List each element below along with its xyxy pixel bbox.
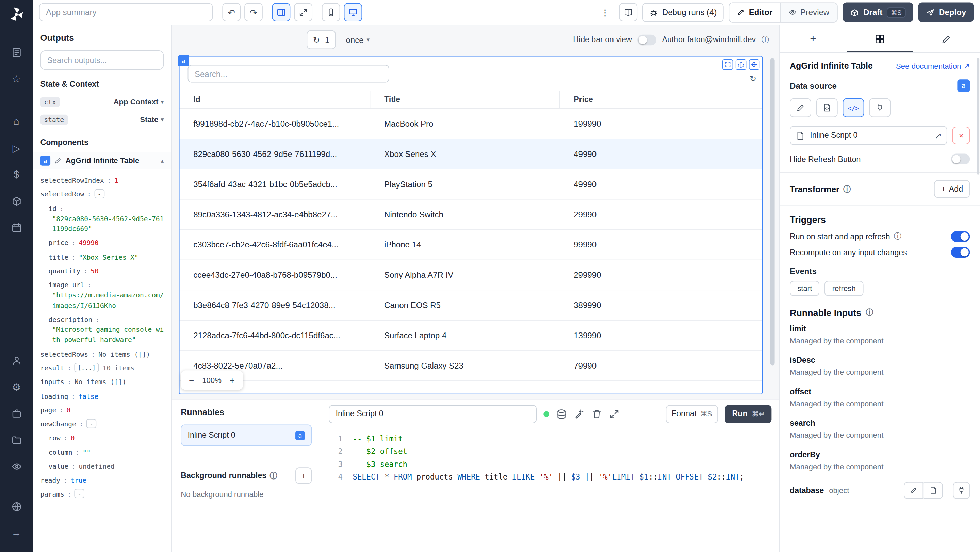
tree-row[interactable]: inputs:No items ([])	[40, 375, 164, 389]
table-row-selected[interactable]: 829ca080-5630-4562-9d5e-7611199d...Xbox …	[180, 139, 762, 169]
database-script-button[interactable]	[923, 482, 943, 499]
workspace-script-button[interactable]	[816, 99, 838, 118]
styling-tab[interactable]	[913, 25, 980, 52]
editor-tab[interactable]: Editor	[729, 3, 781, 22]
home-icon[interactable]: ⌂	[8, 113, 24, 130]
account-person-icon[interactable]	[8, 352, 24, 369]
tree-row[interactable]: ready:true	[40, 473, 164, 487]
format-button[interactable]: Format ⌘S	[666, 405, 718, 423]
canvas-scrollbar[interactable]	[770, 58, 775, 365]
add-transformer-button[interactable]: + Add	[934, 180, 970, 198]
column-header-title[interactable]: Title	[370, 91, 560, 108]
undo-button[interactable]: ↶	[222, 3, 240, 21]
table-row[interactable]: ccee43dc-27e0-40a8-b768-b09579b0...Sony …	[180, 260, 762, 290]
tree-row[interactable]: image_url:"https://m.media-amazon.com/im…	[40, 278, 164, 312]
resources-icon[interactable]	[8, 192, 24, 209]
mobile-view-button[interactable]	[322, 3, 340, 21]
event-chip-refresh[interactable]: refresh	[824, 281, 863, 296]
table-search-input[interactable]	[188, 65, 389, 83]
zoom-out-button[interactable]: −	[185, 373, 198, 387]
script-name-input[interactable]	[329, 405, 537, 423]
preview-tab[interactable]: Preview	[781, 3, 837, 22]
deploy-button[interactable]: Deploy	[918, 2, 974, 22]
ai-wand-icon[interactable]	[574, 408, 584, 419]
column-header-price[interactable]: Price	[560, 91, 762, 108]
docs-book-button[interactable]	[619, 3, 638, 21]
expand-layout-button[interactable]	[294, 3, 312, 21]
refresh-count-button[interactable]: ↻ 1	[307, 30, 336, 49]
anchor-component-button[interactable]	[736, 59, 746, 70]
tree-row[interactable]: description:"Microsoft gaming console wi…	[40, 312, 164, 347]
sql-code-editor[interactable]: 1-- $1 limit 2-- $2 offset 3-- $3 search…	[321, 428, 779, 552]
apps-nav-icon[interactable]	[8, 44, 24, 60]
table-row[interactable]: f991898d-cb27-4ac7-b10c-0b9050ce1...MacB…	[180, 109, 762, 139]
tree-row[interactable]: id:"829ca080-5630-4562-9d5e-7611199dc669…	[40, 201, 164, 235]
recompute-toggle[interactable]	[951, 247, 970, 258]
redo-button[interactable]: ↷	[244, 3, 263, 21]
database-connect-button[interactable]	[953, 482, 970, 499]
tree-row[interactable]: selectedRows:No items ([])	[40, 347, 164, 361]
draft-button[interactable]: Draft ⌘S	[843, 2, 913, 22]
windmill-logo-icon[interactable]	[8, 6, 24, 23]
debug-runs-button[interactable]: Debug runs (4)	[643, 3, 724, 22]
tree-row[interactable]: price:49990	[40, 236, 164, 250]
run-on-start-toggle[interactable]	[951, 231, 970, 242]
tree-row[interactable]: selectedRowIndex:1	[40, 173, 164, 187]
component-settings-tab[interactable]	[846, 25, 913, 52]
event-chip-start[interactable]: start	[790, 281, 820, 296]
columns-layout-button[interactable]	[272, 3, 291, 21]
outputs-search-input[interactable]	[40, 50, 164, 70]
static-data-button[interactable]: </>	[843, 99, 864, 118]
tree-row[interactable]: quantity:50	[40, 264, 164, 278]
app-summary-input[interactable]	[39, 3, 213, 21]
zoom-in-button[interactable]: +	[225, 373, 239, 387]
detach-script-button[interactable]: ×	[953, 127, 970, 144]
tree-row[interactable]: value:undefined	[40, 459, 164, 473]
desktop-view-button[interactable]	[344, 3, 363, 21]
add-background-runnable-button[interactable]: +	[295, 467, 312, 484]
variables-dollar-icon[interactable]: $	[8, 166, 24, 183]
table-row[interactable]: c303bce7-cb2e-42c6-8fdf-6aa01fc4e4...iPh…	[180, 230, 762, 260]
see-documentation-link[interactable]: See documentation ↗	[896, 61, 970, 70]
collapse-arrow-icon[interactable]: →	[8, 525, 24, 541]
tree-row[interactable]: params:-	[40, 487, 164, 501]
refresh-interval-select[interactable]: once ▾	[346, 35, 369, 45]
expand-editor-icon[interactable]	[609, 408, 620, 419]
runnable-item[interactable]: Inline Script 0 a	[181, 425, 312, 446]
audit-eye-icon[interactable]	[8, 458, 24, 474]
folders-icon[interactable]	[8, 431, 24, 448]
schedules-calendar-icon[interactable]	[8, 219, 24, 235]
expand-component-button[interactable]	[722, 59, 733, 70]
table-refresh-icon[interactable]: ↻	[749, 74, 756, 83]
tree-row[interactable]: loading:false	[40, 389, 164, 403]
tree-row[interactable]: page:0	[40, 403, 164, 417]
ctx-row[interactable]: ctx App Context▾	[40, 94, 164, 110]
state-row[interactable]: state State▾	[40, 111, 164, 128]
run-button[interactable]: Run ⌘↵	[725, 405, 772, 423]
hide-refresh-toggle[interactable]	[951, 154, 970, 164]
hide-bar-toggle[interactable]	[637, 34, 656, 45]
database-edit-button[interactable]	[904, 482, 923, 499]
move-component-button[interactable]	[749, 59, 759, 70]
more-menu-button[interactable]: ⋮	[596, 3, 614, 21]
table-row[interactable]: 354f6afd-43ac-4321-b1bc-0b5e5adcb...Play…	[180, 169, 762, 200]
table-row[interactable]: b3e864c8-7fe3-4270-89e9-54c12038...Canon…	[180, 290, 762, 321]
trash-icon[interactable]	[592, 408, 602, 419]
workers-briefcase-icon[interactable]	[8, 405, 24, 421]
insert-component-tab[interactable]: +	[780, 25, 846, 52]
inline-script-pencil-button[interactable]	[790, 99, 811, 118]
open-script-icon[interactable]: ↗	[935, 131, 942, 140]
tree-row[interactable]: row:0	[40, 431, 164, 445]
settings-gear-icon[interactable]: ⚙	[8, 379, 24, 395]
table-row[interactable]: 2128adca-7fc6-44bd-800c-dc115df6ac...Sur…	[180, 321, 762, 351]
tree-row[interactable]: column:""	[40, 445, 164, 459]
tree-row[interactable]: title:"Xbox Series X"	[40, 250, 164, 264]
component-header-row[interactable]: a AgGrid Infinite Table ▴	[33, 152, 171, 169]
connect-plug-button[interactable]	[869, 99, 891, 118]
column-header-id[interactable]: Id	[180, 91, 371, 108]
tree-row[interactable]: selectedRow:-	[40, 187, 164, 201]
table-row[interactable]: 89c0a336-1343-4812-ac34-e4bb8e27...Ninte…	[180, 200, 762, 230]
inspector-scrollbar[interactable]	[977, 58, 979, 174]
tree-row[interactable]: newChange:-	[40, 417, 164, 431]
tree-row[interactable]: result:[...]10 items	[40, 361, 164, 375]
